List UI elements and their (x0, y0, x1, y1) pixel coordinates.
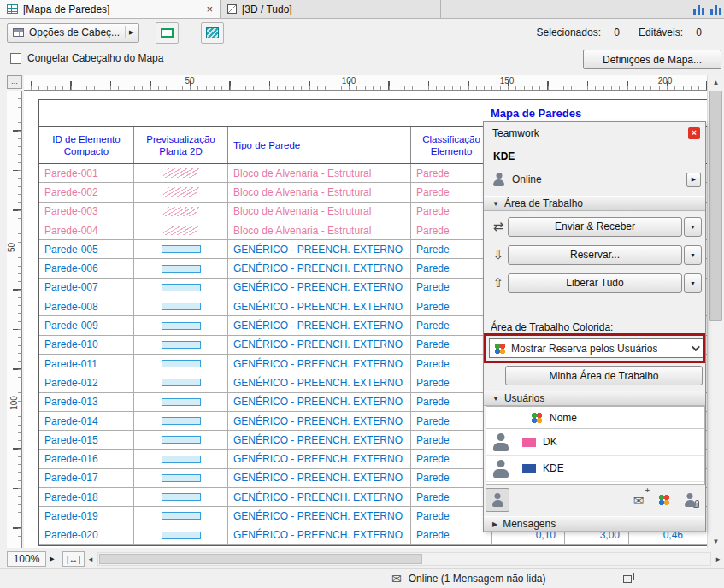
tab-3d-tudo[interactable]: [3D / Tudo] (221, 0, 441, 18)
cell-classification: Parede (411, 336, 492, 354)
reserve-row: ⇩ Reservar... ▼ (489, 244, 702, 265)
release-icon: ⇧ (489, 275, 508, 291)
wall-preview-swatch (162, 417, 201, 425)
cell-wall-type: GENÉRICO - PREENCH. EXTERNO (228, 393, 411, 411)
cell-preview (134, 373, 228, 391)
close-tab-icon[interactable]: × (206, 3, 213, 15)
reserve-button[interactable]: Reservar... (508, 245, 682, 265)
user-name: KDE (543, 462, 564, 474)
scroll-down-icon[interactable]: ▼ (708, 534, 724, 548)
bottom-controls: 100% ▶ |↔| ◂ ▸ (0, 550, 724, 567)
cell-classification: Parede (411, 373, 492, 391)
section-usuarios[interactable]: ▼ Usuários (484, 391, 705, 406)
header-options-label: Opções de Cabeç... (29, 26, 120, 38)
send-message-button[interactable]: ✉ + (628, 490, 649, 510)
cell-preview (134, 393, 228, 411)
online-status-label: Online (512, 173, 542, 185)
cell-classification: Parede (411, 279, 492, 297)
palette-titlebar[interactable]: Teamwork × (484, 122, 705, 144)
user-tool-button[interactable] (486, 488, 509, 512)
cell-element-id: Parede-006 (39, 259, 134, 277)
reserve-dropdown[interactable]: ▼ (684, 245, 702, 265)
release-all-dropdown[interactable]: ▼ (684, 273, 702, 293)
ruler-tick-label: 150 (500, 76, 515, 85)
user-flyout-button[interactable]: ▶ (686, 173, 701, 187)
cell-preview (134, 316, 228, 334)
cell-classification: Parede (411, 203, 492, 220)
cell-element-id: Parede-018 (39, 488, 134, 506)
colored-workspace-icon (658, 494, 670, 506)
current-user-label: KDE (493, 150, 515, 162)
cell-element-id: Parede-001 (39, 164, 134, 182)
fit-width-button[interactable]: |↔| (62, 551, 85, 567)
users-list-header[interactable]: Nome (486, 407, 704, 429)
release-all-button[interactable]: Liberar Tudo (508, 273, 682, 293)
cell-wall-type: GENÉRICO - PREENCH. EXTERNO (228, 279, 411, 297)
status-text: Online (1 Mensagem não lida) (409, 573, 546, 585)
map-settings-button[interactable]: Definições de Mapa... (583, 50, 721, 69)
ruler-tick-label: 50 (7, 243, 16, 252)
column-header[interactable]: ID de ElementoCompacto (39, 127, 134, 163)
zoom-level[interactable]: 100% (7, 551, 46, 567)
cell-element-id: Parede-020 (39, 526, 134, 544)
tab-bar: [Mapa de Paredes] × [3D / Tudo] (0, 0, 724, 19)
ruler-tick-label: 200 (658, 76, 673, 85)
column-header[interactable]: Tipo de Parede (228, 127, 411, 163)
highlight-headers-button[interactable] (156, 22, 179, 44)
hatch-display-button[interactable] (201, 22, 224, 44)
section-closed-icon: ▶ (492, 520, 497, 528)
section-area-de-trabalho[interactable]: ▼ Área de Trabalho (484, 196, 705, 211)
cell-preview (134, 221, 228, 239)
wall-preview-swatch (162, 187, 201, 197)
app-window: [Mapa de Paredes] × [3D / Tudo] Opções d… (0, 0, 724, 588)
cell-element-id: Parede-017 (39, 469, 134, 487)
section-mensagens[interactable]: ▶ Mensagens (484, 516, 705, 532)
ruler-corner-button[interactable]: ... (7, 75, 22, 89)
cell-wall-type: GENÉRICO - PREENCH. EXTERNO (228, 336, 411, 354)
vertical-ruler[interactable]: 50100 (7, 91, 22, 548)
cell-wall-type: GENÉRICO - PREENCH. EXTERNO (228, 373, 411, 391)
scroll-up-icon[interactable]: ▲ (708, 75, 724, 89)
column-header[interactable]: PrevisualizaçãoPlanta 2D (134, 127, 228, 163)
header-options-button[interactable]: Opções de Cabeç... ▶ (7, 23, 139, 43)
cell-wall-type: GENÉRICO - PREENCH. EXTERNO (228, 412, 411, 430)
scroll-right-icon[interactable]: ▸ (712, 551, 724, 567)
cell-preview (134, 240, 228, 258)
restore-window-icon[interactable] (623, 575, 632, 583)
zoom-flyout-icon[interactable]: ▶ (46, 551, 58, 567)
cell-preview (134, 279, 228, 297)
cell-preview (134, 164, 228, 182)
user-list-item[interactable]: KDE (486, 456, 704, 482)
user-color-swatch (522, 438, 536, 447)
tab-mapa-de-paredes[interactable]: [Mapa de Paredes] × (0, 0, 221, 18)
vertical-scrollbar[interactable]: ▲ ▼ (707, 75, 724, 548)
scrollbar-thumb[interactable] (99, 554, 422, 564)
organizer-icon[interactable] (709, 3, 722, 15)
user-list-item[interactable]: DK (486, 429, 704, 456)
wall-preview-swatch (162, 265, 201, 273)
navigator-icon[interactable] (692, 3, 705, 15)
horizontal-ruler[interactable]: 50100150200 (24, 75, 707, 91)
cell-classification: Parede (411, 164, 492, 182)
cell-element-id: Parede-004 (39, 221, 134, 239)
send-receive-button[interactable]: Enviar & Receber (508, 217, 682, 237)
colored-workspace-select[interactable]: Mostrar Reserva pelos Usuários (489, 338, 704, 358)
freeze-header-option: Congelar Cabeçalho do Mapa (10, 52, 163, 64)
cell-classification: Parede (411, 393, 492, 411)
send-receive-dropdown[interactable]: ▼ (684, 217, 702, 237)
close-palette-icon[interactable]: × (688, 127, 700, 139)
tab-label: [3D / Tudo] (242, 3, 292, 15)
colored-workspace-toggle[interactable] (654, 490, 674, 510)
horizontal-scrollbar[interactable] (97, 552, 711, 566)
cell-element-id: Parede-019 (39, 507, 134, 525)
user-access-button[interactable] (680, 490, 700, 510)
cell-element-id: Parede-003 (39, 203, 134, 220)
scroll-left-icon[interactable]: ◂ (85, 551, 97, 567)
wall-preview-swatch (162, 284, 201, 291)
envelope-icon[interactable]: ✉ (391, 573, 402, 585)
column-header[interactable]: ClassificaçãoElemento (411, 127, 492, 163)
my-workspace-button[interactable]: Minha Área de Trabalho (505, 366, 703, 385)
scrollbar-thumb[interactable] (709, 91, 722, 321)
freeze-header-checkbox[interactable] (10, 53, 21, 64)
wall-preview-swatch (162, 360, 201, 368)
